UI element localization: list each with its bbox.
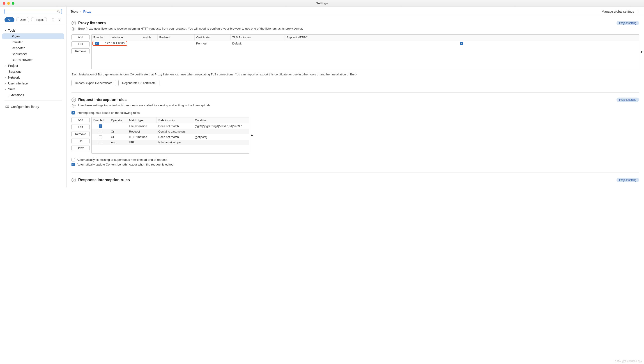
- table-row[interactable]: And URL Is in target scope: [92, 140, 249, 145]
- tree-intruder[interactable]: Intruder: [0, 39, 66, 45]
- filter-all[interactable]: All: [4, 17, 14, 22]
- regenerate-ca-button[interactable]: Regenerate CA certificate: [118, 80, 160, 86]
- remove-button[interactable]: Remove: [72, 131, 90, 137]
- tree-label: Sequencer: [12, 52, 27, 56]
- tree-sessions[interactable]: Sessions: [0, 69, 66, 75]
- auto-fix-checkbox[interactable]: [72, 158, 75, 161]
- edit-button[interactable]: Edit: [72, 124, 90, 130]
- enabled-checkbox[interactable]: [99, 130, 102, 133]
- tree-user-interface[interactable]: ›User interface: [0, 80, 66, 86]
- cell-redirect: [158, 40, 194, 47]
- search-input[interactable]: [4, 9, 62, 14]
- col-match-type[interactable]: Match type: [127, 117, 156, 123]
- config-library[interactable]: Configuration library: [0, 103, 66, 111]
- filter-row: All User Project: [0, 16, 66, 25]
- tree-tools[interactable]: ▾Tools: [0, 28, 66, 33]
- section-desc: Use these settings to control which requ…: [78, 103, 639, 108]
- http2-checkbox[interactable]: [460, 42, 464, 45]
- enabled-checkbox[interactable]: [99, 141, 102, 144]
- rules-table[interactable]: Enabled Operator Match type Relationship…: [91, 117, 249, 153]
- close-icon[interactable]: [3, 2, 6, 5]
- help-icon[interactable]: ?: [72, 21, 76, 25]
- col-certificate[interactable]: Certificate: [194, 35, 230, 40]
- tree-label: Tools: [8, 29, 16, 32]
- tree-suite[interactable]: ›Suite: [0, 86, 66, 92]
- col-condition[interactable]: Condition: [193, 117, 249, 123]
- filter-project[interactable]: Project: [31, 17, 47, 22]
- sidebar: All User Project ▾Tools Proxy Intruder R…: [0, 7, 66, 188]
- scope-badge: Project setting: [616, 21, 639, 25]
- table-row[interactable]: Or Request Contains parameters: [92, 129, 249, 134]
- ca-note: Each installation of Burp generates its …: [72, 72, 639, 77]
- col-enabled[interactable]: Enabled: [92, 117, 109, 123]
- config-library-label: Configuration library: [11, 105, 39, 109]
- auto-content-length-checkbox[interactable]: [72, 163, 75, 166]
- add-button[interactable]: Add: [72, 117, 90, 123]
- minimize-icon[interactable]: [7, 2, 10, 5]
- maximize-icon[interactable]: [12, 2, 14, 5]
- edit-button[interactable]: Edit: [72, 41, 90, 47]
- expand-all-icon[interactable]: [50, 17, 55, 22]
- import-export-ca-button[interactable]: Import / export CA certificate: [72, 80, 116, 86]
- cell-match-type: File extension: [127, 123, 156, 129]
- tree-project[interactable]: ›Project: [0, 63, 66, 69]
- auto-fix-label: Automatically fix missing or superfluous…: [77, 158, 167, 161]
- tree-network[interactable]: ›Network: [0, 75, 66, 80]
- table-row[interactable]: 127.0.0.1:8080 Per-host Default: [92, 40, 639, 47]
- cell-operator: Or: [109, 129, 127, 134]
- tree-proxy[interactable]: Proxy: [2, 33, 64, 39]
- col-relationship[interactable]: Relationship: [156, 117, 193, 123]
- section-proxy-listeners: ? Proxy listeners Project setting Burp P…: [72, 21, 639, 86]
- breadcrumb-bar: Tools › Proxy Manage global settings ⋮: [66, 7, 644, 16]
- tree-label: User interface: [8, 82, 28, 85]
- table-row[interactable]: File extension Does not match (^gif$|^jp…: [92, 123, 249, 129]
- col-interface[interactable]: Interface: [110, 35, 139, 40]
- down-button[interactable]: Down: [72, 145, 90, 151]
- cell-match-type: URL: [127, 140, 156, 145]
- col-invisible[interactable]: Invisible: [139, 35, 158, 40]
- col-http2[interactable]: Support HTTP/2: [284, 35, 639, 40]
- separator: [4, 100, 62, 100]
- gear-icon[interactable]: [72, 27, 76, 31]
- window-title: Settings: [316, 2, 328, 5]
- tree-burps-browser[interactable]: Burp's browser: [0, 57, 66, 63]
- col-tls[interactable]: TLS Protocols: [230, 35, 284, 40]
- cell-invisible: [139, 40, 158, 47]
- tree-sequencer[interactable]: Sequencer: [0, 51, 66, 57]
- crumb-tools[interactable]: Tools: [70, 10, 78, 13]
- tree-extensions[interactable]: Extensions: [0, 92, 66, 98]
- remove-button[interactable]: Remove: [72, 48, 90, 54]
- tree-label: Burp's browser: [12, 58, 33, 62]
- collapse-all-icon[interactable]: [57, 17, 62, 22]
- crumb-proxy[interactable]: Proxy: [83, 10, 91, 13]
- separator: [72, 172, 639, 173]
- scope-badge: Project setting: [616, 178, 639, 182]
- filter-user[interactable]: User: [16, 17, 29, 22]
- col-redirect[interactable]: Redirect: [158, 35, 194, 40]
- tree-repeater[interactable]: Repeater: [0, 45, 66, 51]
- col-running[interactable]: Running: [92, 35, 110, 40]
- kebab-menu-icon[interactable]: ⋮: [636, 9, 640, 14]
- col-operator[interactable]: Operator: [109, 117, 127, 123]
- help-icon[interactable]: ?: [72, 98, 76, 102]
- tree-label: Proxy: [12, 35, 20, 38]
- svg-point-4: [73, 29, 74, 30]
- svg-line-1: [59, 12, 60, 13]
- expand-arrow-icon[interactable]: ▶: [641, 50, 643, 53]
- cell-relationship: Does not match: [156, 123, 193, 129]
- listeners-table[interactable]: Running Interface Invisible Redirect Cer…: [91, 34, 639, 69]
- help-icon[interactable]: ?: [72, 178, 76, 182]
- expand-arrow-icon[interactable]: ▶: [251, 134, 253, 137]
- intercept-master-checkbox[interactable]: [72, 111, 75, 114]
- enabled-checkbox[interactable]: [99, 135, 102, 139]
- manage-global-settings[interactable]: Manage global settings: [602, 10, 634, 13]
- window-controls: [0, 2, 14, 5]
- cell-match-type: HTTP method: [127, 134, 156, 139]
- up-button[interactable]: Up: [72, 138, 90, 144]
- enabled-checkbox[interactable]: [99, 124, 102, 128]
- table-row[interactable]: Or HTTP method Does not match (get|post): [92, 134, 249, 139]
- add-button[interactable]: Add: [72, 34, 90, 40]
- cell-operator: Or: [109, 134, 127, 139]
- running-checkbox[interactable]: [96, 42, 99, 45]
- gear-icon[interactable]: [72, 103, 76, 108]
